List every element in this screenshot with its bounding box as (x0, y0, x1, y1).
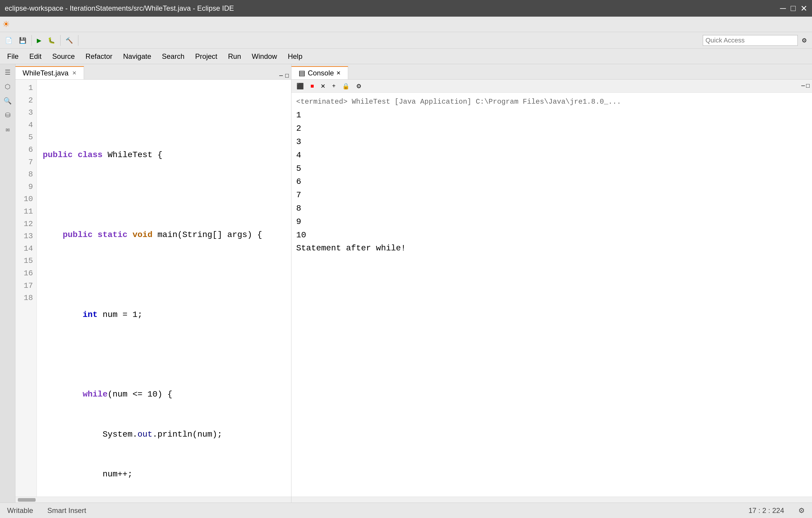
console-new-button[interactable]: + (329, 81, 338, 91)
console-line-8: 8 (296, 202, 807, 215)
status-insert-mode: Smart Insert (48, 507, 86, 515)
activity-db[interactable]: ⛁ (2, 109, 13, 121)
menu-window[interactable]: Window (247, 51, 282, 62)
build-button[interactable]: 🔨 (63, 35, 76, 46)
activity-outline[interactable]: ⬡ (2, 81, 13, 93)
line-4: 4 (16, 119, 33, 132)
menu-refactor[interactable]: Refactor (81, 51, 117, 62)
statusbar-right: 17 : 2 : 224 ⚙ (749, 507, 805, 515)
menu-search[interactable]: Search (157, 51, 190, 62)
console-line-10: 10 (296, 229, 807, 242)
console-minimize-icon[interactable]: ─ (801, 83, 805, 89)
console-tab[interactable]: ▤ Console ✕ (291, 66, 348, 79)
console-line-5: 5 (296, 162, 807, 175)
editor-maximize[interactable]: □ (285, 73, 289, 79)
activity-search[interactable]: 🔍 (2, 95, 13, 107)
code-content[interactable]: public class WhileTest { public static v… (37, 80, 291, 497)
tab-close-button[interactable]: ✕ (72, 70, 77, 76)
menu-navigate[interactable]: Navigate (118, 51, 156, 62)
debug-button[interactable]: 🐛 (45, 35, 58, 46)
console-hscroll[interactable] (291, 497, 812, 502)
maximize-button[interactable]: □ (791, 4, 796, 13)
line-18: 18 (16, 292, 33, 304)
line-9: 9 (16, 181, 33, 193)
editor-area: WhileTest.java ✕ ─ □ 1 2 3 4 5 6 7 8 9 1… (16, 64, 291, 502)
menu-source[interactable]: Source (48, 51, 80, 62)
code-line-5 (43, 268, 291, 281)
status-writable: Writable (7, 507, 33, 515)
code-line-7 (43, 348, 291, 361)
title-bar: eclipse-workspace - IterationStatements/… (0, 0, 812, 17)
line-6: 6 (16, 144, 33, 156)
console-tab-close[interactable]: ✕ (336, 70, 341, 76)
menu-edit[interactable]: Edit (25, 51, 46, 62)
line-10: 10 (16, 193, 33, 206)
line-17: 17 (16, 280, 33, 292)
close-button[interactable]: ✕ (801, 4, 807, 13)
console-remove-button[interactable]: ✕ (318, 81, 328, 91)
toolbar-separator-2 (60, 35, 61, 46)
line-15: 15 (16, 255, 33, 267)
console-line-6: 6 (296, 175, 807, 189)
code-line-3 (43, 188, 291, 202)
console-line-9: 9 (296, 215, 807, 229)
console-clear-button[interactable]: ⬛ (294, 81, 307, 91)
console-line-4: 4 (296, 149, 807, 162)
save-button[interactable]: 💾 (16, 35, 29, 46)
console-window-controls: ─ □ (801, 83, 810, 89)
line-3: 3 (16, 107, 33, 119)
eclipse-logo: ☀ (2, 19, 10, 29)
minimize-button[interactable]: ─ (780, 4, 786, 13)
console-maximize-icon[interactable]: □ (806, 83, 810, 89)
menu-run[interactable]: Run (223, 51, 246, 62)
line-7: 7 (16, 156, 33, 169)
console-tab-icon: ▤ (298, 69, 306, 77)
console-tab-bar: ▤ Console ✕ (291, 64, 812, 80)
code-line-8: while(num <= 10) { (43, 388, 291, 401)
console-toolbar: ⬛ ■ ✕ + 🔒 ⚙ ─ □ (291, 80, 812, 93)
line-16: 16 (16, 267, 33, 280)
code-line-4: public static void main(String[] args) { (43, 228, 291, 242)
status-settings-icon[interactable]: ⚙ (799, 507, 805, 515)
editor-hscroll[interactable] (16, 497, 291, 502)
activity-bar: ☰ ⬡ 🔍 ⛁ ✉ (0, 64, 16, 502)
toolbar-separator-3 (78, 35, 78, 46)
line-1: 1 (16, 82, 33, 94)
console-line-3: 3 (296, 135, 807, 149)
main-area: ☰ ⬡ 🔍 ⛁ ✉ WhileTest.java ✕ ─ □ 1 2 3 4 (0, 64, 812, 502)
menu-file[interactable]: File (2, 51, 24, 62)
console-scroll-lock[interactable]: 🔒 (340, 81, 352, 91)
line-8: 8 (16, 168, 33, 181)
new-button[interactable]: 📄 (2, 35, 15, 46)
toolbar-separator-1 (31, 35, 32, 46)
line-13: 13 (16, 230, 33, 243)
console-line-11: Statement after while! (296, 242, 807, 255)
tab-label: WhileTest.java (23, 69, 68, 77)
window-controls: ─ □ ✕ (780, 4, 807, 13)
editor-tab-whiletest[interactable]: WhileTest.java ✕ (16, 66, 84, 79)
activity-tasks[interactable]: ✉ (2, 124, 13, 135)
menu-help[interactable]: Help (283, 51, 307, 62)
settings-button[interactable]: ⚙ (799, 35, 810, 46)
editor-tab-bar: WhileTest.java ✕ ─ □ (16, 64, 291, 80)
code-line-10: num++; (43, 468, 291, 481)
hscroll-thumb[interactable] (18, 498, 36, 502)
console-terminate-button[interactable]: ■ (308, 81, 317, 91)
code-line-9: System.out.println(num); (43, 428, 291, 441)
code-line-2: public class WhileTest { (43, 148, 291, 162)
console-header: <terminated> WhileTest [Java Application… (296, 96, 807, 108)
quick-access-input[interactable] (703, 35, 798, 46)
menu-project[interactable]: Project (191, 51, 222, 62)
run-button[interactable]: ▶ (34, 35, 44, 46)
console-line-2: 2 (296, 122, 807, 135)
status-position: 17 : 2 : 224 (749, 507, 784, 515)
editor-minimize[interactable]: ─ (279, 73, 283, 79)
line-11: 11 (16, 206, 33, 218)
code-editor[interactable]: 1 2 3 4 5 6 7 8 9 10 11 12 13 14 15 16 1… (16, 80, 291, 497)
line-14: 14 (16, 243, 33, 255)
line-2: 2 (16, 94, 33, 107)
editor-window-controls: ─ □ (279, 73, 291, 79)
console-area: ▤ Console ✕ ⬛ ■ ✕ + 🔒 ⚙ ─ □ <terminated>… (291, 64, 812, 502)
activity-explore[interactable]: ☰ (2, 66, 13, 78)
console-settings[interactable]: ⚙ (353, 81, 364, 91)
